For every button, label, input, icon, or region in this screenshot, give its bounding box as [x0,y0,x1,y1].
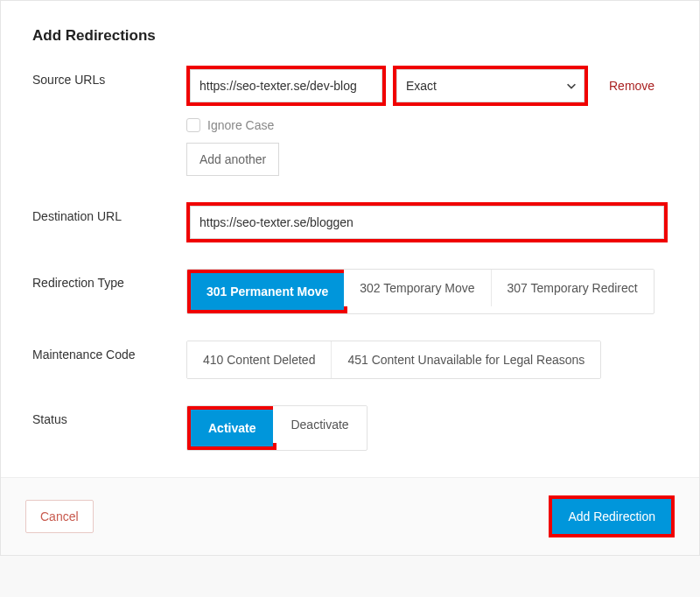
highlight-submit-button: Add Redirection [549,495,675,537]
label-source-urls: Source URLs [32,66,186,87]
highlight-source-url [186,66,386,106]
source-input-line: Remove [186,66,668,106]
redirection-type-controls: 301 Permanent Move 302 Temporary Move 30… [186,269,668,314]
add-another-button[interactable]: Add another [186,143,279,176]
redirection-type-group: 301 Permanent Move 302 Temporary Move 30… [186,269,654,314]
add-redirections-dialog: Add Redirections Source URLs Remove [0,0,700,556]
remove-source-link[interactable]: Remove [609,79,654,93]
row-source-urls: Source URLs Remove Ign [32,66,668,176]
label-redirection-type: Redirection Type [32,269,186,290]
add-redirection-button[interactable]: Add Redirection [552,499,671,534]
option-410[interactable]: 410 Content Deleted [187,341,332,378]
option-301[interactable]: 301 Permanent Move [191,273,344,310]
dialog-title: Add Redirections [32,27,668,45]
match-select-wrap [396,78,584,93]
highlight-match-select [393,66,588,106]
option-activate[interactable]: Activate [191,410,273,446]
option-deactivate[interactable]: Deactivate [273,406,366,443]
highlight-activate-option: Activate [187,406,276,450]
highlight-301-option: 301 Permanent Move [187,270,347,313]
label-destination-url: Destination URL [32,202,186,223]
row-status: Status Activate Deactivate [32,405,668,451]
destination-controls [186,202,668,242]
highlight-destination-url [186,202,668,242]
ignore-case-checkbox[interactable] [186,118,200,132]
source-controls: Remove Ignore Case Add another [186,66,668,176]
ignore-case-row[interactable]: Ignore Case [186,118,668,132]
option-302[interactable]: 302 Temporary Move [344,270,491,306]
status-group: Activate Deactivate [186,405,368,451]
row-redirection-type: Redirection Type 301 Permanent Move 302 … [32,269,668,314]
option-307[interactable]: 307 Temporary Redirect [492,270,654,306]
maintenance-controls: 410 Content Deleted 451 Content Unavaila… [186,341,668,379]
source-url-input[interactable] [190,69,382,102]
row-destination-url: Destination URL [32,202,668,242]
maintenance-code-group: 410 Content Deleted 451 Content Unavaila… [186,341,601,379]
row-maintenance-code: Maintenance Code 410 Content Deleted 451… [32,341,668,379]
match-type-select[interactable] [396,69,584,102]
ignore-case-label: Ignore Case [207,118,274,132]
option-451[interactable]: 451 Content Unavailable for Legal Reason… [332,341,600,378]
cancel-button[interactable]: Cancel [25,500,94,533]
dialog-footer: Cancel Add Redirection [1,477,699,555]
destination-url-input[interactable] [190,206,664,239]
status-controls: Activate Deactivate [186,405,668,451]
dialog-body: Add Redirections Source URLs Remove [1,1,699,477]
label-status: Status [32,405,186,426]
label-maintenance-code: Maintenance Code [32,341,186,362]
